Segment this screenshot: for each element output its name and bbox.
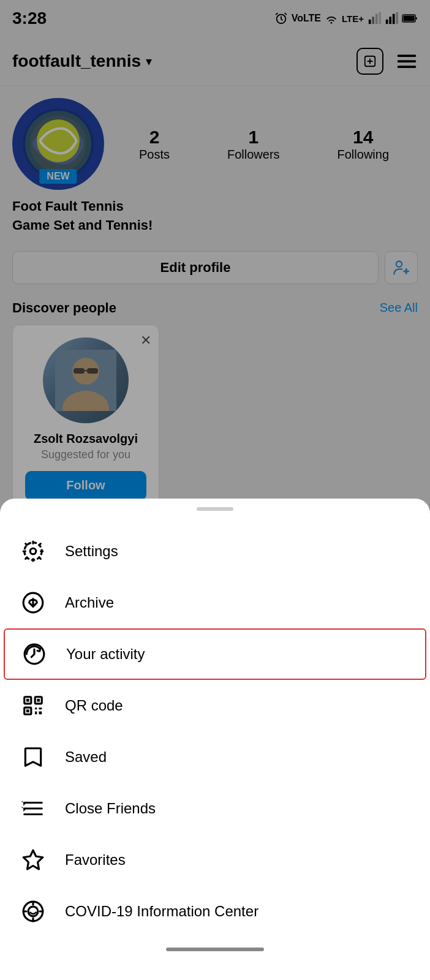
covid-icon (18, 897, 48, 926)
username-area[interactable]: footfault_tennis ▾ (12, 51, 152, 71)
menu-item-covid[interactable]: COVID-19 Information Center (0, 886, 430, 937)
add-icon (363, 55, 377, 68)
add-person-icon (393, 259, 410, 276)
svg-rect-4 (375, 14, 378, 24)
add-person-button[interactable] (385, 251, 418, 284)
battery-icon (402, 12, 418, 25)
profile-name: Foot Fault Tennis Game Set and Tennis! (12, 197, 418, 235)
see-all-link[interactable]: See All (380, 301, 418, 315)
menu-item-favorites[interactable]: Favorites (0, 834, 430, 886)
suggested-user-name: Zsolt Rozsavolgyi (25, 432, 146, 446)
qr-code-label: QR code (65, 697, 123, 714)
menu-item-qr-code[interactable]: QR code (0, 680, 430, 731)
wifi-icon (325, 12, 338, 25)
menu-item-your-activity[interactable]: Your activity (4, 628, 426, 680)
your-activity-icon (20, 639, 49, 669)
svg-rect-23 (87, 368, 98, 374)
home-bar (166, 948, 264, 951)
settings-icon (18, 537, 48, 566)
suggested-user-sub: Suggested for you (25, 448, 146, 461)
menu-item-saved[interactable]: Saved (0, 731, 430, 783)
svg-rect-8 (393, 14, 395, 24)
svg-point-18 (396, 261, 402, 266)
saved-label: Saved (65, 748, 107, 766)
profile-area: NEW 2 Posts 1 Followers 14 Following Foo… (0, 86, 430, 245)
alarm-icon (274, 12, 288, 25)
following-label: Following (338, 148, 389, 161)
follow-button[interactable]: Follow (25, 471, 146, 500)
status-icons: VoLTE LTE+ (274, 12, 418, 25)
signal2-icon (385, 12, 398, 25)
svg-rect-31 (37, 699, 40, 702)
followers-label: Followers (227, 148, 280, 161)
svg-rect-11 (404, 16, 415, 21)
menu-item-close-friends[interactable]: Close Friends (0, 783, 430, 834)
close-friends-icon (18, 794, 48, 823)
status-bar: 3:28 VoLTE LTE+ (0, 0, 430, 37)
home-indicator (0, 937, 430, 962)
svg-point-17 (37, 119, 80, 162)
svg-rect-5 (379, 12, 381, 24)
avatar-container: NEW (12, 98, 104, 190)
close-friends-label: Close Friends (65, 800, 156, 817)
svg-point-24 (30, 548, 36, 554)
bottom-sheet: Settings Archive Your activity (0, 499, 430, 980)
discover-title: Discover people (12, 300, 116, 316)
lte-icon: LTE+ (342, 13, 364, 24)
discover-header: Discover people See All (12, 300, 418, 316)
following-stat[interactable]: 14 Following (338, 127, 389, 162)
svg-point-35 (28, 907, 38, 916)
stats-area: 2 Posts 1 Followers 14 Following (110, 127, 418, 162)
suggested-user-avatar (43, 337, 129, 423)
followers-count: 1 (227, 127, 280, 148)
svg-rect-7 (389, 17, 391, 24)
settings-label: Settings (65, 543, 118, 560)
favorites-icon (18, 845, 48, 875)
qr-code-icon (18, 691, 48, 720)
hamburger-icon (396, 50, 418, 72)
username-label: footfault_tennis (12, 51, 141, 71)
sheet-handle (197, 507, 233, 511)
svg-rect-2 (369, 20, 371, 24)
svg-rect-6 (386, 20, 388, 24)
volte-icon: VoLTE (292, 13, 321, 24)
covid-label: COVID-19 Information Center (65, 903, 258, 920)
add-post-button[interactable] (356, 48, 383, 75)
posts-label: Posts (139, 148, 170, 161)
card-close-button[interactable]: ✕ (140, 333, 151, 349)
following-count: 14 (338, 127, 389, 148)
posts-stat[interactable]: 2 Posts (139, 127, 170, 162)
edit-profile-button[interactable]: Edit profile (12, 251, 379, 284)
profile-stats-row: NEW 2 Posts 1 Followers 14 Following (12, 98, 418, 190)
followers-stat[interactable]: 1 Followers (227, 127, 280, 162)
hamburger-button[interactable] (396, 50, 418, 72)
svg-rect-9 (396, 12, 398, 24)
suggested-card: ✕ Zsolt Rozsavolgyi Suggested for you Fo… (12, 325, 159, 513)
top-nav: footfault_tennis ▾ (0, 37, 430, 86)
svg-rect-3 (372, 17, 374, 24)
posts-count: 2 (139, 127, 170, 148)
your-activity-label: Your activity (66, 646, 145, 663)
saved-icon (18, 742, 48, 772)
discover-section: Discover people See All ✕ Zsolt Rozsavol… (0, 294, 430, 513)
archive-icon (18, 588, 48, 617)
menu-item-archive[interactable]: Archive (0, 577, 430, 628)
archive-label: Archive (65, 594, 114, 611)
svg-point-1 (331, 22, 333, 24)
status-time: 3:28 (12, 9, 47, 28)
menu-item-settings[interactable]: Settings (0, 526, 430, 577)
chevron-down-icon: ▾ (146, 54, 152, 69)
svg-rect-22 (74, 368, 85, 374)
edit-profile-row: Edit profile (0, 245, 430, 294)
favorites-label: Favorites (65, 851, 126, 869)
svg-rect-33 (26, 709, 29, 712)
svg-rect-29 (26, 699, 29, 702)
new-badge: NEW (39, 169, 77, 184)
avatar-silhouette (55, 350, 116, 411)
signal1-icon (368, 12, 381, 25)
nav-icons (356, 48, 418, 75)
